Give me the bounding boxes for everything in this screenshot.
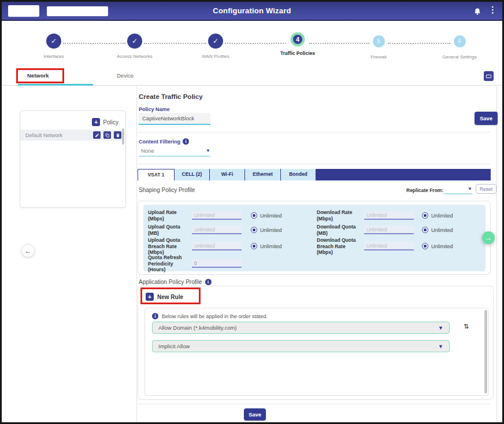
- download-breach-rate-input[interactable]: [364, 242, 414, 250]
- download-rate-unlimited-radio[interactable]: [422, 212, 428, 219]
- step-label: Access Networks: [100, 54, 169, 59]
- application-policy-box: + New Rule i Below rules will be applied…: [138, 286, 494, 400]
- window-icon: [486, 75, 491, 78]
- field-label: Quota Refresh Periodicity (Hours): [148, 255, 190, 273]
- reorder-rule-handle[interactable]: ⇅: [464, 323, 469, 330]
- sidebar-divider: [136, 86, 137, 424]
- tab-ethernet[interactable]: Ethernet: [245, 169, 281, 180]
- tab-device[interactable]: Device: [117, 72, 134, 79]
- top-header-bar: Configuration Wizard ⋮: [2, 2, 502, 21]
- rule-dropdown-allow-domain[interactable]: Allow Domain (*.k4mobility.com) ▼: [152, 322, 450, 334]
- section-divider: [138, 164, 491, 164]
- policy-name-input[interactable]: [139, 113, 210, 125]
- rules-info-text: Below rules will be applied in the order…: [162, 314, 268, 319]
- upload-breach-rate-input[interactable]: [192, 242, 242, 250]
- shaping-profile-box: Upload Rate (Mbps) Unlimited Download Ra…: [138, 201, 491, 275]
- upload-quota-input[interactable]: [192, 226, 242, 234]
- arrow-left-icon: ←: [25, 247, 32, 255]
- tab-cell[interactable]: CELL (2): [175, 169, 210, 180]
- reset-button[interactable]: Reset: [476, 184, 496, 194]
- panel-scrollbar[interactable]: [122, 128, 124, 145]
- section-divider: [138, 132, 491, 132]
- stepper-step-access-networks[interactable]: ✓ Access Networks: [100, 34, 169, 59]
- content-filtering-value: None: [139, 148, 206, 154]
- radio-label: Unlimited: [260, 213, 282, 219]
- save-button-top[interactable]: Save: [475, 112, 498, 125]
- new-rule-button[interactable]: + New Rule: [146, 293, 183, 301]
- quota-refresh-input[interactable]: [192, 259, 242, 268]
- stepper-step-wan-profiles[interactable]: ✓ WAN Profiles: [181, 34, 250, 59]
- upload-rate-input[interactable]: [192, 211, 242, 220]
- rule-dropdown-implicit-allow[interactable]: Implicit Allow ▼: [152, 340, 450, 352]
- download-quota-unlimited-radio[interactable]: [422, 227, 428, 233]
- step-label: Interfaces: [19, 54, 88, 59]
- back-button[interactable]: ←: [21, 244, 35, 257]
- upload-rate-unlimited-radio[interactable]: [251, 212, 257, 219]
- tab-bonded[interactable]: Bonded: [281, 169, 316, 180]
- upload-breach-unlimited-radio[interactable]: [251, 243, 257, 249]
- check-icon: ✓: [213, 37, 218, 45]
- replicate-from-select[interactable]: ▼: [443, 184, 472, 194]
- upload-breach-rate-field: Upload Quota Breach Rate (Mbps) Unlimite…: [148, 237, 282, 256]
- rules-scrollbar[interactable]: [484, 310, 487, 393]
- interface-tab-strip: VSAT 1 CELL (2) Wi-Fi Ethernet Bonded: [138, 169, 491, 180]
- stepper-step-firewall[interactable]: 5 Firewall: [344, 34, 413, 60]
- field-label: Upload Rate (Mbps): [148, 209, 190, 222]
- download-breach-rate-field: Download Quota Breach Rate (Mbps) Unlimi…: [317, 237, 453, 256]
- info-icon: i: [205, 279, 212, 285]
- edit-policy-button[interactable]: [93, 131, 101, 139]
- download-breach-unlimited-radio[interactable]: [422, 243, 428, 249]
- stepper-step-traffic-policies[interactable]: 4 Traffic Policies: [263, 32, 332, 56]
- check-icon: ✓: [51, 37, 57, 45]
- field-label: Download Quota (MB): [317, 224, 362, 236]
- create-traffic-policy-heading: Create Traffic Policy: [139, 93, 203, 100]
- kebab-menu-icon[interactable]: ⋮: [488, 5, 496, 15]
- active-tab-indicator: [18, 84, 93, 86]
- tab-vsat-1[interactable]: VSAT 1: [138, 169, 175, 180]
- radio-label: Unlimited: [431, 244, 453, 249]
- rules-list-box: i Below rules will be applied in the ord…: [144, 308, 489, 396]
- save-button-bottom[interactable]: Save: [244, 408, 266, 421]
- notifications-button[interactable]: [472, 6, 483, 17]
- policy-list-item-default-network[interactable]: Default Network: [20, 130, 124, 141]
- download-quota-input[interactable]: [364, 226, 414, 234]
- check-icon: ✓: [132, 37, 138, 45]
- download-rate-input[interactable]: [364, 211, 414, 220]
- add-policy-button[interactable]: + Policy: [92, 118, 118, 126]
- step-number: 6: [458, 38, 461, 45]
- rule-value: Allow Domain (*.k4mobility.com): [153, 325, 438, 331]
- chevron-down-icon: ▼: [206, 148, 210, 153]
- tab-wifi[interactable]: Wi-Fi: [210, 169, 245, 180]
- page-title: Configuration Wizard: [2, 2, 502, 21]
- chevron-down-icon: ▼: [438, 344, 449, 349]
- main-scroll-track[interactable]: [496, 86, 497, 424]
- application-policy-text: Application Policy Profile: [139, 279, 202, 285]
- tab-network[interactable]: Network: [27, 72, 49, 79]
- info-icon: i: [183, 138, 189, 145]
- copy-policy-button[interactable]: [103, 131, 111, 139]
- content-filtering-select[interactable]: None ▼: [139, 145, 210, 157]
- delete-policy-button[interactable]: [114, 131, 121, 139]
- next-interface-button[interactable]: →: [482, 231, 495, 244]
- chevron-down-icon: ▼: [438, 325, 449, 331]
- step-number: 5: [377, 38, 380, 45]
- popout-window-button[interactable]: [484, 71, 494, 81]
- radio-label: Unlimited: [260, 227, 282, 233]
- reorder-icon: ⇅: [464, 323, 469, 330]
- info-icon: i: [152, 313, 158, 319]
- policy-name: Default Network: [20, 132, 90, 138]
- stepper-step-interfaces[interactable]: ✓ Interfaces: [19, 34, 88, 59]
- radio-label: Unlimited: [431, 227, 453, 233]
- field-label: Download Rate (Mbps): [317, 209, 362, 222]
- policy-name-label: Policy Name: [139, 106, 170, 112]
- step-label: Traffic Policies: [263, 50, 332, 56]
- radio-label: Unlimited: [260, 244, 282, 249]
- replicate-from-label: Replicate From:: [406, 187, 443, 193]
- stepper-step-general-settings[interactable]: 6 General Settings: [425, 34, 494, 60]
- chevron-down-icon: ▼: [468, 186, 472, 191]
- field-label: Upload Quota Breach Rate (Mbps): [148, 237, 190, 256]
- upload-quota-unlimited-radio[interactable]: [251, 227, 257, 233]
- policy-list-panel: + Policy Default Network: [20, 110, 126, 208]
- app-window: { "header": { "title": "Configuration Wi…: [0, 0, 504, 424]
- radio-label: Unlimited: [431, 213, 453, 219]
